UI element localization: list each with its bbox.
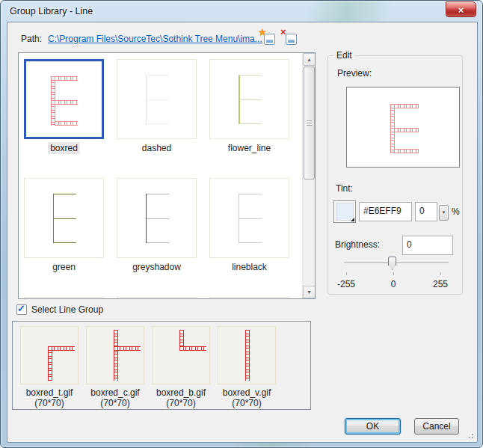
edit-group-label: Edit	[333, 50, 355, 61]
library-item-partial	[117, 297, 197, 299]
tint-hex-input[interactable]: #E6EFF9	[359, 202, 412, 221]
library-item-thumbnail[interactable]	[117, 178, 197, 258]
library-item-label: greyshadow	[117, 262, 197, 272]
library-item-green[interactable]: green	[24, 178, 104, 272]
slider-tick	[393, 272, 394, 275]
brightness-slider-track[interactable]	[344, 263, 449, 264]
delete-library-icon[interactable]: ×	[281, 31, 298, 46]
path-link[interactable]: C:\Program Files\SourceTec\Sothink Tree …	[48, 34, 262, 44]
image-file-icon	[286, 34, 297, 45]
connector-thumbnail	[218, 326, 276, 384]
connector-vertical-shape	[218, 327, 275, 384]
file-size: (70*70)	[148, 398, 214, 408]
resize-grip-icon[interactable]	[465, 430, 475, 440]
library-item-partial	[24, 297, 104, 299]
file-name: boxred_c.gif	[82, 387, 148, 398]
close-icon: ×	[446, 3, 476, 17]
brightness-slider-thumb[interactable]	[388, 257, 396, 270]
preview-box	[346, 87, 460, 168]
slider-mid-label: 0	[377, 279, 410, 289]
percent-sign: %	[452, 206, 460, 217]
scroll-down-button[interactable]: ▼	[303, 286, 316, 298]
file-size: (70*70)	[16, 398, 82, 408]
line-group-item-top[interactable]: boxred_t.gif (70*70)	[16, 326, 82, 408]
tint-color-swatch[interactable]	[333, 200, 356, 223]
line-style-preview	[51, 76, 79, 126]
line-group-item-cross[interactable]: boxred_c.gif (70*70)	[82, 326, 148, 408]
connector-thumbnail	[86, 326, 144, 384]
add-star-icon: ★	[259, 28, 266, 37]
title-bar[interactable]: Group Library - Line ×	[1, 1, 482, 22]
tint-color-fill	[336, 203, 354, 221]
cancel-button[interactable]: Cancel	[414, 418, 459, 435]
file-name: boxred_t.gif	[16, 387, 82, 398]
tint-percent-input[interactable]: 0	[415, 202, 437, 221]
connector-thumbnail	[152, 326, 210, 384]
ok-button[interactable]: OK	[345, 418, 401, 435]
path-label: Path:	[21, 34, 42, 44]
brightness-input[interactable]: 0	[402, 236, 453, 255]
connector-bottom-corner-shape	[153, 327, 209, 384]
slider-min-label: -255	[330, 279, 363, 289]
library-item-greyshadow[interactable]: greyshadow	[117, 178, 197, 272]
slider-max-label: 255	[424, 279, 457, 289]
vertical-scrollbar[interactable]: ▲ ▼	[302, 53, 315, 298]
tint-label: Tint:	[336, 183, 353, 194]
checkbox-box[interactable]: ✓	[16, 304, 27, 315]
library-item-thumbnail[interactable]	[24, 178, 104, 258]
chevron-down-icon: ▼	[307, 289, 312, 295]
library-item-label: boxred	[24, 143, 104, 153]
preview-label: Preview:	[337, 68, 372, 79]
library-list[interactable]: boxred dashed flower_line	[18, 52, 316, 299]
line-group-item-bottom[interactable]: boxred_b.gif (70*70)	[148, 326, 214, 408]
file-name: boxred_v.gif	[214, 387, 280, 398]
library-item-flower-line[interactable]: flower_line	[209, 59, 289, 153]
file-name: boxred_b.gif	[148, 387, 214, 398]
library-item-thumbnail[interactable]	[209, 59, 289, 139]
slider-tick	[440, 272, 441, 275]
connector-cross-branch-shape	[87, 327, 144, 384]
add-library-icon[interactable]: ★	[259, 31, 276, 46]
check-icon: ✓	[17, 303, 25, 314]
scroll-up-button[interactable]: ▲	[303, 53, 316, 66]
file-size: (70*70)	[214, 398, 280, 408]
file-size: (70*70)	[82, 398, 148, 408]
window-title: Group Library - Line	[10, 6, 93, 16]
library-item-boxred[interactable]: boxred	[24, 59, 104, 153]
library-item-thumbnail[interactable]	[209, 178, 289, 258]
library-item-thumbnail[interactable]	[117, 59, 197, 139]
library-item-label: dashed	[117, 143, 197, 153]
dialog-window: Group Library - Line × Path: C:\Program …	[0, 0, 483, 448]
connector-thumbnail	[20, 326, 79, 384]
library-item-dashed[interactable]: dashed	[117, 59, 197, 153]
library-item-lineblack[interactable]: lineblack	[209, 178, 289, 272]
tint-percent-dropdown[interactable]: ▼	[439, 205, 449, 221]
delete-x-icon: ×	[280, 28, 286, 37]
brightness-label: Brightness:	[335, 239, 380, 250]
checkbox-label: Select Line Group	[31, 304, 103, 315]
preview-line-shape	[390, 104, 420, 153]
slider-tick	[346, 272, 347, 275]
connector-top-corner-shape	[21, 327, 78, 384]
dialog-client-area: Path: C:\Program Files\SourceTec\Sothink…	[7, 22, 478, 443]
line-group-item-vertical[interactable]: boxred_v.gif (70*70)	[214, 326, 280, 408]
close-button[interactable]: ×	[446, 1, 476, 17]
library-item-label: green	[24, 262, 104, 272]
chevron-down-icon: ▼	[442, 210, 446, 215]
edit-group: Edit Preview: Tint: #E6EFF9 0 ▼ % Bright…	[327, 55, 463, 295]
library-item-thumbnail[interactable]	[24, 59, 104, 139]
library-item-label: flower_line	[209, 143, 289, 153]
line-group-panel: boxred_t.gif (70*70) boxred_c.gif (70*70…	[12, 321, 311, 410]
scrollbar-thumb[interactable]	[304, 67, 315, 179]
library-item-label: lineblack	[209, 262, 289, 272]
library-item-partial	[209, 297, 289, 299]
select-line-group-checkbox[interactable]: ✓ Select Line Group	[16, 304, 103, 315]
chevron-up-icon: ▲	[307, 57, 312, 62]
